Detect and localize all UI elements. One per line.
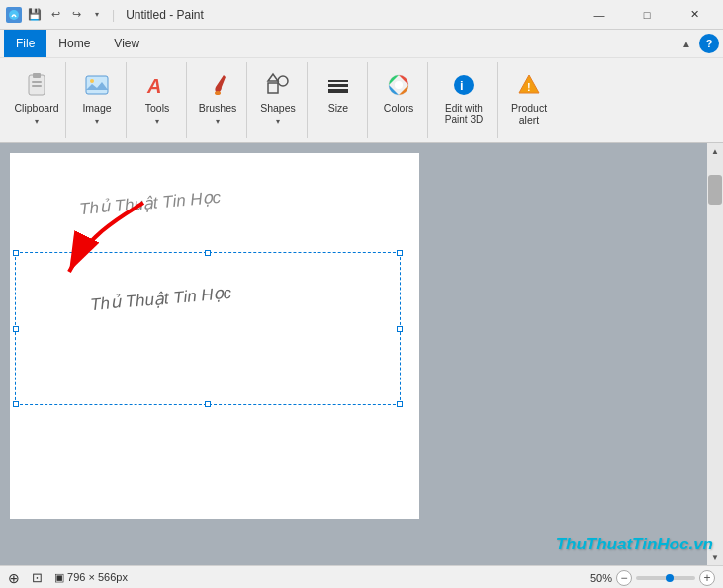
handle-tl[interactable] [13, 250, 19, 256]
quick-access-toolbar: 💾 ↩ ↪ ▾ | [26, 6, 118, 24]
svg-rect-4 [32, 85, 42, 87]
brushes-items: Brushes ▾ [195, 64, 240, 136]
canvas-area[interactable]: Thủ Thuật Tin Học Thủ Thuật Tin Học [0, 143, 707, 565]
svg-point-10 [278, 76, 288, 86]
dropdown-arrow-icon[interactable]: ▾ [88, 6, 106, 24]
tools-icon: A [141, 69, 173, 101]
canvas-dimensions: ▣ 796 × 566px [54, 571, 128, 584]
ribbon-group-clipboard: Clipboard ▾ [8, 62, 66, 138]
colors-button[interactable]: Colors [376, 66, 421, 126]
canvas-text-selected: Thủ Thuật Tin Học [89, 283, 232, 315]
window-controls: — □ ✕ [577, 0, 717, 30]
zoom-value: 50% [590, 572, 612, 584]
brushes-arrow-icon: ▾ [216, 117, 220, 126]
ribbon: File Home View ▲ ? [0, 30, 723, 143]
image-button[interactable]: Image ▾ [74, 66, 120, 128]
shapes-button[interactable]: Shapes ▾ [255, 66, 301, 128]
minimize-button[interactable]: — [577, 0, 622, 30]
image-label: Image [82, 103, 111, 115]
paint-app-icon [6, 7, 22, 23]
svg-rect-5 [86, 76, 108, 94]
handle-mr[interactable] [397, 326, 403, 332]
handle-tr[interactable] [397, 250, 403, 256]
tools-arrow-icon: ▾ [155, 117, 159, 126]
colors-label: Colors [384, 103, 413, 115]
editpaint3d-label: Edit with Paint 3D [438, 103, 490, 125]
svg-point-8 [215, 91, 221, 95]
colors-icon [383, 69, 414, 101]
editpaint3d-button[interactable]: i Edit with Paint 3D [436, 66, 492, 127]
zoom-control: 50% − + [590, 570, 715, 586]
tools-items: A Tools ▾ [135, 64, 180, 136]
svg-text:i: i [460, 78, 464, 93]
productalert-icon: ! [513, 69, 545, 101]
scroll-up-icon[interactable]: ▲ [707, 143, 723, 159]
tools-label: Tools [145, 103, 170, 115]
editpaint3d-items: i Edit with Paint 3D [436, 64, 492, 136]
close-button[interactable]: ✕ [672, 0, 717, 30]
ribbon-content: Clipboard ▾ Image ▾ [0, 57, 723, 142]
expand-icon[interactable]: ⊕ [8, 570, 20, 586]
svg-rect-13 [328, 89, 348, 93]
ribbon-tab-row: File Home View ▲ ? [0, 30, 723, 57]
selection-box[interactable]: Thủ Thuật Tin Học [15, 252, 401, 405]
clipboard-arrow-icon: ▾ [35, 117, 39, 126]
svg-text:!: ! [527, 81, 531, 93]
status-left: ⊕ ⊡ ▣ 796 × 566px [8, 570, 128, 586]
zoom-out-button[interactable]: − [616, 570, 632, 586]
ribbon-collapse-button[interactable]: ▲ [678, 35, 695, 52]
status-bar: ⊕ ⊡ ▣ 796 × 566px 50% − + [0, 565, 723, 588]
handle-tm[interactable] [205, 250, 211, 256]
ribbon-group-size: Size [310, 62, 368, 138]
zoom-slider[interactable] [636, 576, 695, 580]
tools-button[interactable]: A Tools ▾ [135, 66, 180, 128]
brushes-icon [202, 69, 233, 101]
size-icon [322, 69, 354, 101]
zoom-in-button[interactable]: + [699, 570, 715, 586]
svg-rect-9 [268, 83, 278, 93]
scroll-thumb[interactable] [708, 175, 722, 205]
svg-rect-11 [328, 80, 348, 82]
title-bar: 💾 ↩ ↪ ▾ | Untitled - Paint — □ ✕ [0, 0, 723, 30]
ribbon-help-button[interactable]: ? [699, 34, 719, 53]
watermark: ThuThuatTinHoc.vn [556, 535, 707, 554]
ribbon-group-productalert: ! Product alert [500, 62, 558, 138]
brushes-label: Brushes [199, 103, 237, 115]
undo-icon[interactable]: ↩ [46, 6, 64, 24]
clipboard-label: Clipboard [15, 103, 59, 115]
zoom-slider-thumb[interactable] [666, 574, 674, 582]
maximize-button[interactable]: □ [624, 0, 670, 30]
redo-icon[interactable]: ↪ [67, 6, 85, 24]
handle-bl[interactable] [13, 401, 19, 407]
paint-canvas[interactable]: Thủ Thuật Tin Học Thủ Thuật Tin Học [10, 153, 419, 519]
colors-items: Colors [376, 64, 421, 136]
vertical-scrollbar[interactable]: ▲ ▼ [707, 143, 723, 565]
canvas-text-above: Thủ Thuật Tin Học [78, 187, 222, 219]
handle-ml[interactable] [13, 326, 19, 332]
brushes-button[interactable]: Brushes ▾ [195, 66, 240, 128]
svg-rect-2 [33, 73, 41, 78]
svg-point-15 [395, 81, 403, 89]
svg-point-16 [454, 75, 474, 95]
tab-home[interactable]: Home [46, 30, 102, 57]
save-icon[interactable]: 💾 [26, 6, 44, 24]
clipboard-button[interactable]: Clipboard ▾ [14, 66, 59, 128]
image-arrow-icon: ▾ [95, 117, 99, 126]
image-items: Image ▾ [74, 64, 120, 136]
tab-view[interactable]: View [102, 30, 151, 57]
clipboard-icon [21, 69, 52, 101]
size-button[interactable]: Size [316, 66, 361, 126]
size-items: Size [316, 64, 361, 136]
productalert-items: ! Product alert [506, 64, 552, 136]
svg-rect-3 [32, 81, 42, 83]
title-bar-left: 💾 ↩ ↪ ▾ | Untitled - Paint [6, 6, 204, 24]
ribbon-tabs-right: ▲ ? [678, 34, 719, 53]
handle-br[interactable] [397, 401, 403, 407]
scroll-down-icon[interactable]: ▼ [707, 549, 723, 565]
handle-bm[interactable] [205, 401, 211, 407]
productalert-button[interactable]: ! Product alert [506, 66, 552, 128]
svg-point-6 [90, 79, 94, 83]
ribbon-tabs-left: File Home View [4, 30, 151, 57]
tab-file[interactable]: File [4, 30, 46, 57]
image-icon [81, 69, 113, 101]
